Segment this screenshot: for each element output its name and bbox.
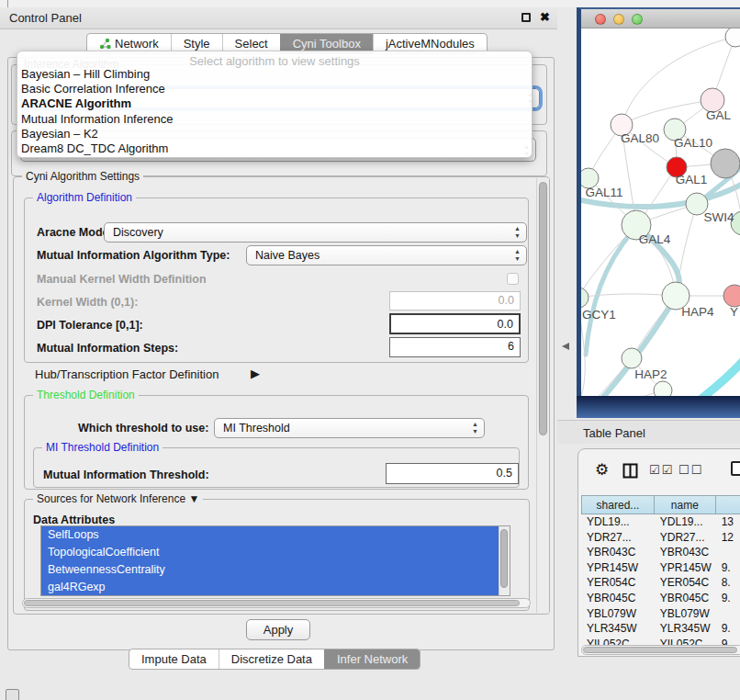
table-cell: 8. bbox=[716, 575, 740, 591]
algorithm-option-basic-correlation-inference[interactable]: Basic Correlation Inference bbox=[17, 82, 532, 96]
network-node-label: GAL4 bbox=[639, 232, 671, 246]
table-cell: YDR27... bbox=[655, 530, 716, 546]
deselect-all-checks-icon[interactable]: ☐☐ bbox=[678, 463, 703, 477]
float-panel-icon[interactable] bbox=[521, 13, 531, 22]
apply-button[interactable]: Apply bbox=[246, 619, 310, 640]
table-cell bbox=[716, 545, 740, 560]
attribute-item-selfloops[interactable]: SelfLoops bbox=[41, 526, 499, 544]
algorithm-option-aracne-algorithm[interactable]: ARACNE Algorithm bbox=[17, 96, 532, 111]
network-node[interactable] bbox=[654, 381, 672, 397]
table-hscrollbar-track[interactable] bbox=[581, 645, 740, 655]
minimized-panel-icon[interactable] bbox=[6, 689, 19, 700]
dropdown-placeholder: Select algorithm to view settings bbox=[17, 51, 532, 67]
aracne-mode-combo[interactable]: Discovery ▲▼ bbox=[104, 222, 527, 243]
table-row[interactable]: YDR27...YDR27...12 bbox=[581, 530, 740, 546]
table-row[interactable]: YBR045CYBR045C9. bbox=[581, 591, 740, 606]
settings-scrollbar-thumb[interactable] bbox=[539, 182, 547, 435]
data-attributes-label: Data Attributes bbox=[33, 514, 115, 526]
dpi-tolerance-input[interactable]: 0.0 bbox=[389, 313, 521, 334]
table-row[interactable]: YLR345WYLR345W9. bbox=[581, 621, 740, 637]
mi-threshold-input[interactable]: 0.5 bbox=[386, 463, 519, 484]
attribute-item-betweennesscentrality[interactable]: BetweennessCentrality bbox=[41, 561, 499, 579]
manual-kernel-width-checkbox[interactable] bbox=[507, 273, 519, 285]
algorithm-option-bayesian-hill-climbing[interactable]: Bayesian – Hill Climbing bbox=[17, 67, 532, 82]
close-icon[interactable]: ✖ bbox=[540, 10, 550, 24]
attribute-item-gal4rgexp[interactable]: gal4RGexp bbox=[41, 579, 499, 596]
table-row[interactable]: YBL079WYBL079W bbox=[581, 606, 740, 622]
algorithm-option-bayesian-k2[interactable]: Bayesian – K2 bbox=[17, 127, 532, 141]
network-node[interactable] bbox=[725, 28, 740, 47]
network-node-hap2[interactable] bbox=[622, 348, 642, 368]
table-hscrollbar-thumb[interactable] bbox=[583, 647, 737, 653]
attribute-item-topologicalcoefficient[interactable]: TopologicalCoefficient bbox=[41, 544, 499, 561]
table-row[interactable]: YDL19...YDL19...13 bbox=[581, 514, 740, 530]
network-node-label: GAL bbox=[706, 108, 732, 122]
kernel-width-input[interactable]: 0.0 bbox=[389, 291, 521, 310]
algorithm-definition-title: Algorithm Definition bbox=[33, 191, 136, 204]
table-cell: YBR045C bbox=[655, 591, 716, 606]
mac-minimize-icon[interactable] bbox=[613, 14, 624, 25]
tab-label: Select bbox=[235, 37, 268, 51]
network-node-label: GAL11 bbox=[585, 186, 622, 199]
table-cell: YPR145W bbox=[655, 560, 716, 576]
table-panel-title: Table Panel bbox=[583, 426, 645, 440]
table-cell: 12 bbox=[716, 530, 740, 546]
stepper-arrows-icon: ▲▼ bbox=[472, 421, 478, 435]
aracne-mode-value: Discovery bbox=[113, 226, 163, 239]
dpi-tolerance-label: DPI Tolerance [0,1]: bbox=[37, 319, 143, 332]
network-window: GALGAL80GAL10GAL1GAL11SWI4GAL4GCY1HAP4YH… bbox=[577, 7, 740, 418]
select-all-checks-icon[interactable]: ☑☑ bbox=[649, 463, 674, 477]
sources-hscrollbar-thumb[interactable] bbox=[24, 600, 520, 606]
which-threshold-combo[interactable]: MI Threshold ▲▼ bbox=[214, 418, 485, 438]
table-cell: YBL079W bbox=[655, 606, 716, 622]
network-node-y[interactable] bbox=[723, 285, 740, 307]
mi-steps-input[interactable]: 6 bbox=[389, 337, 521, 357]
tab-label: Impute Data bbox=[141, 652, 207, 666]
mi-algorithm-type-combo[interactable]: Naive Bayes ▲▼ bbox=[246, 245, 527, 265]
tab-infer-network[interactable]: Infer Network bbox=[324, 649, 420, 669]
attributes-scrollbar-thumb[interactable] bbox=[500, 529, 508, 588]
network-edge[interactable] bbox=[702, 359, 740, 397]
tab-discretize-data[interactable]: Discretize Data bbox=[219, 649, 324, 669]
table-row[interactable]: YPR145WYPR145W9. bbox=[581, 560, 740, 576]
threshold-definition-title: Threshold Definition bbox=[33, 389, 139, 401]
mi-threshold-label: Mutual Information Threshold: bbox=[43, 469, 209, 481]
tab-label: Cyni Toolbox bbox=[293, 37, 361, 51]
tab-label: Infer Network bbox=[337, 652, 408, 666]
tab-label: Style bbox=[184, 37, 210, 51]
mac-close-icon[interactable] bbox=[595, 14, 606, 25]
document-icon[interactable] bbox=[731, 461, 740, 476]
network-node-label: GAL10 bbox=[674, 136, 712, 150]
tab-impute-data[interactable]: Impute Data bbox=[129, 649, 219, 669]
hub-definition-label: Hub/Transcription Factor Definition bbox=[35, 367, 219, 381]
sources-collapse-arrow-icon[interactable]: ▼ bbox=[188, 492, 199, 505]
network-node[interactable] bbox=[711, 149, 740, 178]
settings-scrollbar-track[interactable] bbox=[536, 178, 549, 613]
attributes-scrollbar-track[interactable] bbox=[499, 526, 510, 595]
hub-expand-arrow-icon[interactable]: ▶ bbox=[251, 367, 260, 380]
algorithm-option-dream8-dc-tdc-algorithm[interactable]: Dream8 DC_TDC Algorithm bbox=[17, 141, 532, 156]
table-row[interactable]: YBR043CYBR043C bbox=[581, 545, 740, 560]
table-panel-titlebar: Table Panel bbox=[557, 420, 740, 444]
network-window-titlebar[interactable] bbox=[581, 9, 740, 28]
table-row[interactable]: YER054CYER054C8. bbox=[581, 575, 740, 591]
column-header-extra[interactable] bbox=[716, 495, 740, 514]
table-cell: YPR145W bbox=[581, 560, 655, 576]
gear-icon[interactable]: ⚙ bbox=[595, 460, 609, 480]
column-header-shared[interactable]: shared... bbox=[581, 495, 655, 514]
network-canvas[interactable]: GALGAL80GAL10GAL1GAL11SWI4GAL4GCY1HAP4YH… bbox=[581, 28, 740, 397]
network-node-gcy1[interactable] bbox=[581, 288, 589, 308]
control-panel-titlebar: Control Panel ✖ bbox=[0, 7, 557, 29]
table-cell: YDR27... bbox=[581, 530, 655, 546]
network-node-label: HAP2 bbox=[634, 367, 667, 381]
algorithm-option-mutual-information-inference[interactable]: Mutual Information Inference bbox=[17, 112, 532, 127]
table-cell: YER054C bbox=[655, 575, 716, 591]
columns-icon[interactable] bbox=[622, 463, 638, 479]
algorithm-dropdown-popup: Select algorithm to view settings Bayesi… bbox=[17, 51, 533, 158]
mi-algorithm-type-value: Naive Bayes bbox=[255, 249, 320, 262]
column-header-name[interactable]: name bbox=[655, 495, 716, 514]
table-cell: 9. bbox=[716, 560, 740, 576]
sources-hscrollbar-track[interactable] bbox=[22, 598, 531, 608]
network-edge[interactable] bbox=[586, 227, 636, 355]
mac-zoom-icon[interactable] bbox=[632, 14, 643, 25]
